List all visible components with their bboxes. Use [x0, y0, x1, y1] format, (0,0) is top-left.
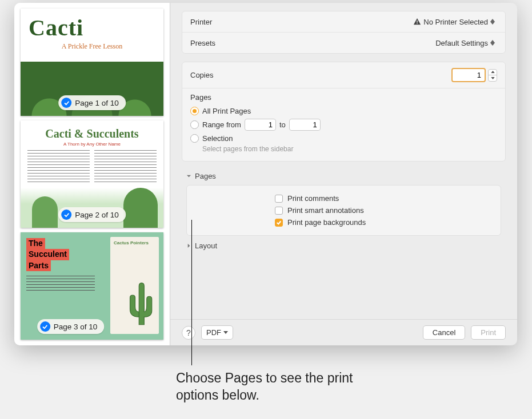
chevron-down-icon: [223, 331, 228, 334]
radio-icon[interactable]: [190, 107, 199, 115]
disclosure-title: Pages: [195, 172, 216, 180]
page-label: Page 1 of 10: [75, 99, 119, 107]
print-button[interactable]: Print: [471, 325, 506, 340]
body-text-art: [26, 276, 95, 293]
checkbox-icon[interactable]: [275, 207, 283, 215]
pages-all-radio-row[interactable]: All Print Pages: [190, 105, 497, 117]
page-thumbnail[interactable]: Cacti A Prickle Free Lesson Page 1 of 10: [21, 9, 163, 116]
help-button[interactable]: ?: [182, 326, 195, 340]
options-scroll: Printer No Printer Selected Presets: [170, 3, 517, 319]
checkbox-label: Print comments: [287, 194, 339, 203]
page-thumbnail[interactable]: The Succulent Parts Cactus Pointers Page…: [21, 232, 163, 340]
checkmark-icon: [40, 321, 50, 332]
page-badge[interactable]: Page 3 of 10: [37, 319, 105, 334]
doc-title: Cacti & Succulents: [27, 127, 157, 140]
layout-disclosure-header[interactable]: Layout: [182, 239, 506, 252]
print-dialog: Cacti A Prickle Free Lesson Page 1 of 10…: [14, 3, 517, 345]
radio-icon[interactable]: [190, 134, 199, 143]
radio-label: All Print Pages: [202, 107, 251, 115]
layout-disclosure: Layout: [182, 239, 506, 252]
page-label: Page 3 of 10: [54, 323, 98, 331]
copies-pages-section: Copies Pages All Print Pages: [182, 62, 506, 162]
page-thumbnails-sidebar: Cacti A Prickle Free Lesson Page 1 of 10…: [14, 3, 170, 345]
stepper-down-icon[interactable]: [489, 75, 497, 81]
cactus-icon: [127, 280, 153, 331]
cancel-button[interactable]: Cancel: [423, 325, 465, 340]
button-label: Print: [481, 328, 496, 337]
print-backgrounds-row[interactable]: Print page backgrounds: [275, 216, 493, 228]
pages-range-radio-row[interactable]: Range from to: [190, 117, 497, 132]
svg-rect-1: [417, 23, 418, 24]
pages-block: Pages All Print Pages Range from to: [182, 88, 505, 161]
printer-row: Printer No Printer Selected: [182, 11, 505, 33]
page-thumbnail[interactable]: Cacti & Succulents A Thorn by Any Other …: [21, 120, 163, 228]
pages-heading: Pages: [190, 93, 497, 102]
printer-value: No Printer Selected: [423, 18, 488, 26]
pdf-label: PDF: [206, 328, 221, 337]
page-badge[interactable]: Page 1 of 10: [58, 95, 126, 110]
callout-leader-line: [191, 220, 192, 365]
printer-presets-section: Printer No Printer Selected Presets: [182, 11, 506, 54]
presets-label: Presets: [190, 39, 215, 47]
checkmark-icon: [61, 98, 71, 108]
checkbox-icon[interactable]: [275, 219, 283, 227]
help-icon: ?: [186, 328, 191, 337]
printer-popup[interactable]: No Printer Selected: [413, 17, 497, 26]
updown-icon: [490, 38, 497, 47]
page-badge[interactable]: Page 2 of 10: [58, 207, 126, 222]
printer-label: Printer: [190, 18, 212, 26]
body-text-art: [27, 150, 157, 184]
pages-disclosure-body: Print comments Print smart annotations P…: [186, 185, 501, 236]
callout-text: Choose Pages to see the print options be…: [176, 370, 359, 404]
presets-row: Presets Default Settings: [182, 33, 505, 53]
radio-icon[interactable]: [190, 120, 199, 129]
page-label: Page 2 of 10: [75, 211, 119, 219]
warning-icon: [413, 18, 421, 26]
print-comments-row[interactable]: Print comments: [275, 192, 493, 204]
presets-popup[interactable]: Default Settings: [435, 38, 497, 47]
svg-rect-0: [417, 21, 418, 23]
checkbox-label: Print smart annotations: [287, 206, 364, 215]
dialog-footer: ? PDF Cancel Print: [170, 319, 517, 345]
button-label: Cancel: [433, 328, 455, 337]
copies-stepper[interactable]: [488, 69, 497, 82]
doc-title: Cacti: [21, 9, 163, 41]
range-from-input[interactable]: [245, 119, 276, 131]
range-to-input[interactable]: [289, 119, 321, 131]
updown-icon: [490, 17, 497, 26]
selection-hint: Select pages from the sidebar: [202, 145, 497, 153]
checkbox-label: Print page backgrounds: [287, 218, 366, 227]
stepper-up-icon[interactable]: [489, 70, 497, 75]
copies-row: Copies: [182, 62, 505, 88]
chevron-down-icon: [186, 174, 191, 179]
doc-subtitle: A Prickle Free Lesson: [21, 42, 163, 51]
disclosure-title: Layout: [195, 241, 217, 250]
checkbox-icon[interactable]: [275, 195, 283, 203]
pages-selection-radio-row[interactable]: Selection: [190, 132, 497, 144]
radio-label: Selection: [202, 134, 233, 143]
copies-label: Copies: [190, 71, 213, 79]
presets-value: Default Settings: [435, 39, 488, 47]
checkmark-icon: [61, 210, 71, 220]
pages-disclosure-header[interactable]: Pages: [182, 170, 506, 183]
copies-input[interactable]: [451, 68, 486, 82]
pages-disclosure: Pages Print comments Print smart annotat…: [182, 170, 506, 236]
range-to-label: to: [279, 120, 286, 129]
chevron-right-icon: [186, 243, 191, 248]
print-options-panel: Printer No Printer Selected Presets: [170, 3, 517, 345]
print-annotations-row[interactable]: Print smart annotations: [275, 204, 493, 216]
radio-label: Range from: [202, 120, 241, 129]
pdf-button[interactable]: PDF: [201, 325, 233, 340]
doc-subtitle: A Thorn by Any Other Name: [27, 142, 157, 147]
